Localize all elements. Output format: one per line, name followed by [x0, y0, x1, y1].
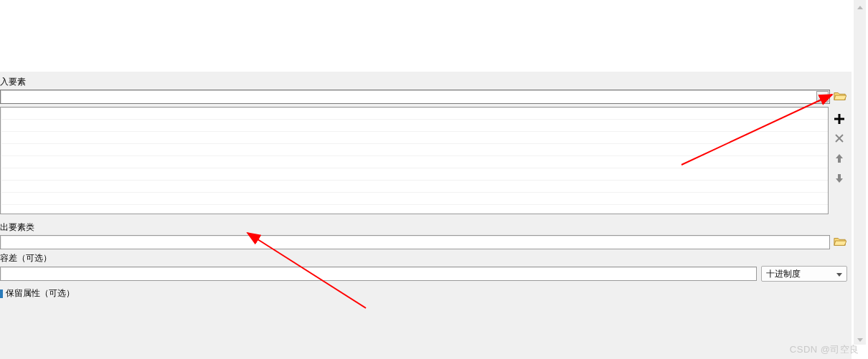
browse-output-button[interactable] [833, 235, 847, 249]
browse-input-button[interactable] [833, 90, 847, 104]
parameters-panel: 入要素 [0, 72, 852, 359]
input-features-list-area [0, 107, 847, 214]
dropdown-toggle-button[interactable] [816, 91, 829, 102]
svg-marker-6 [836, 174, 843, 183]
add-button[interactable] [831, 111, 847, 127]
output-fc-input[interactable] [0, 235, 830, 249]
remove-button[interactable] [831, 131, 847, 147]
tolerance-label: 容差（可选） [0, 252, 847, 264]
vertical-scrollbar[interactable] [854, 0, 866, 345]
chevron-up-icon [857, 1, 863, 11]
tolerance-unit-select[interactable]: 十进制度 [761, 266, 847, 282]
input-features-list[interactable] [0, 107, 829, 214]
tolerance-unit-value: 十进制度 [766, 268, 801, 280]
move-down-button[interactable] [831, 171, 847, 187]
preserve-attrs-checkbox[interactable] [0, 289, 3, 298]
scroll-up-button[interactable] [854, 0, 866, 12]
preserve-attrs-label: 保留属性（可选） [6, 287, 75, 300]
output-fc-label: 出要素类 [0, 221, 847, 234]
input-features-combobox[interactable] [0, 90, 830, 104]
preserve-attrs-row: 保留属性（可选） [0, 287, 847, 300]
x-icon [834, 133, 844, 145]
svg-marker-7 [836, 273, 842, 277]
arrow-down-icon [834, 173, 844, 186]
svg-rect-2 [834, 118, 844, 120]
watermark-text: CSDN @司空良 [790, 343, 859, 356]
chevron-down-icon [836, 269, 842, 279]
move-up-button[interactable] [831, 151, 847, 167]
arrow-up-icon [834, 153, 844, 166]
blank-area [0, 0, 868, 72]
folder-open-icon [834, 90, 846, 104]
chevron-down-icon [820, 92, 825, 102]
input-features-label: 入要素 [0, 76, 847, 88]
folder-open-icon [834, 236, 846, 249]
tolerance-input[interactable] [0, 267, 757, 281]
svg-marker-8 [857, 6, 863, 9]
svg-marker-9 [857, 338, 863, 342]
svg-marker-0 [820, 97, 825, 100]
svg-marker-5 [836, 154, 843, 163]
input-features-row [0, 90, 847, 104]
dialog-body: 入要素 [0, 0, 868, 359]
plus-icon [834, 114, 844, 125]
chevron-down-icon [857, 334, 863, 344]
output-fc-row [0, 235, 847, 249]
tolerance-row: 十进制度 [0, 266, 847, 282]
list-toolbar [831, 107, 847, 214]
